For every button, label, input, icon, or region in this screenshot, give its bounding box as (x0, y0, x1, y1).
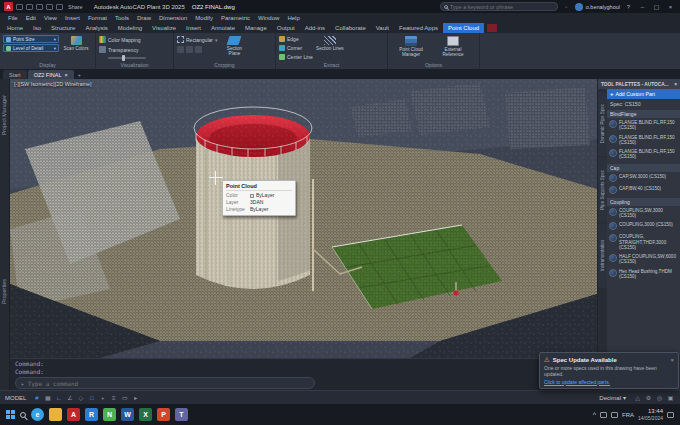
palette-tab-pipe-supports-spec[interactable]: Pipe Supports Spec (598, 158, 607, 222)
isodraft-icon[interactable]: ◇ (76, 394, 85, 401)
notification-center-icon[interactable] (667, 412, 674, 418)
signed-in-user[interactable]: o.benalyghoul (586, 4, 620, 10)
rectangular-crop-dropdown[interactable]: Rectangular ▾ (177, 35, 217, 44)
taskbar-app-file-explorer[interactable] (49, 408, 62, 421)
tab-output[interactable]: Output (272, 23, 300, 33)
tab-visualize[interactable]: Visualize (147, 23, 181, 33)
doc-tab-oz2-final[interactable]: OZ2 FINAL × (28, 70, 74, 79)
tab-structure[interactable]: Structure (46, 23, 80, 33)
network-icon[interactable] (611, 412, 618, 418)
tab-manage[interactable]: Manage (240, 23, 272, 33)
taskbar-app-recap[interactable]: R (85, 408, 98, 421)
save-icon[interactable] (36, 4, 43, 10)
palette-item[interactable]: CAP,BW,40 (CS150) (607, 184, 680, 196)
palette-item[interactable]: CAP,SW,3000 (CS150) (607, 172, 680, 184)
external-reference-button[interactable]: External Reference (434, 35, 472, 61)
onedrive-icon[interactable] (600, 412, 607, 418)
help-icon[interactable]: ? (623, 0, 634, 13)
transparency-slider[interactable] (108, 57, 146, 59)
units-dropdown[interactable]: Decimal ▾ (599, 394, 626, 401)
panel-label-options[interactable]: Options (388, 62, 479, 68)
menu-view[interactable]: View (40, 15, 61, 21)
tab-collaborate[interactable]: Collaborate (330, 23, 371, 33)
selection-cycling-icon[interactable]: ▸ (131, 394, 140, 401)
maximize-button[interactable]: ▢ (651, 0, 662, 13)
model-space-label[interactable]: MODEL (5, 395, 26, 401)
ribbon-extra-icon[interactable] (487, 24, 497, 32)
menu-tools[interactable]: Tools (111, 15, 133, 21)
group-cap[interactable]: Cap (607, 164, 680, 172)
close-icon[interactable]: × (674, 82, 677, 87)
tab-point-cloud[interactable]: Point Cloud (443, 23, 484, 33)
transparency-toggle-icon[interactable]: ▭ (120, 394, 129, 401)
new-file-icon[interactable] (16, 4, 23, 10)
palette-tab-instrumentation[interactable]: Instrumentation (598, 224, 607, 288)
panel-label-extract[interactable]: Extract (276, 62, 387, 68)
drawing-viewport[interactable]: [-][SW Isometric][2D Wireframe] Point Cl… (10, 79, 597, 358)
panel-label-cropping[interactable]: Cropping (174, 62, 275, 68)
menu-help[interactable]: Help (283, 15, 303, 21)
command-input-box[interactable]: ▸ (15, 377, 315, 389)
autocad-logo-icon[interactable]: A (4, 2, 13, 11)
extract-corner-button[interactable]: Corner (279, 44, 313, 52)
palette-item[interactable]: Hex Head Bushing,THDM (CS150) (607, 267, 680, 282)
menu-format[interactable]: Format (84, 15, 111, 21)
uncrop-icon[interactable] (195, 46, 202, 53)
osnap-icon[interactable]: □ (87, 395, 96, 401)
palette-item[interactable]: HALF COUPLING,SW,6000 (CS150) (607, 252, 680, 267)
point-size-dropdown[interactable]: Point Size ▾ (3, 35, 59, 43)
group-coupling[interactable]: Coupling (607, 198, 680, 206)
palette-item[interactable]: COUPLING,3000 (CS150) (607, 220, 680, 232)
palette-item[interactable]: COUPLING,SW,3000 (CS150) (607, 206, 680, 221)
lineweight-icon[interactable]: ≡ (109, 395, 118, 401)
color-mapping-button[interactable]: Color Mapping (99, 35, 146, 44)
taskbar-app-excel[interactable]: X (139, 408, 152, 421)
redo-icon[interactable] (56, 4, 63, 10)
new-tab-button[interactable]: + (75, 70, 84, 79)
avatar[interactable] (575, 3, 583, 11)
infocenter-search[interactable] (440, 2, 558, 11)
project-manager-tab[interactable]: Project Manager (1, 95, 7, 135)
clean-screen-icon[interactable]: ▣ (666, 394, 675, 401)
palette-tab-dynamic-pipe-spec[interactable]: Dynamic Pipe Spec (598, 92, 607, 156)
close-icon[interactable]: × (670, 357, 674, 363)
windows-start-button[interactable] (6, 410, 15, 419)
taskbar-app-autocad[interactable]: A (67, 408, 80, 421)
tab-featured-apps[interactable]: Featured Apps (394, 23, 443, 33)
tool-palettes-header[interactable]: TOOL PALETTES - AUTOCA... × (598, 79, 680, 89)
doc-tab-start[interactable]: Start (3, 70, 27, 79)
taskbar-app-teams[interactable]: T (175, 408, 188, 421)
tray-expand-icon[interactable]: ^ (593, 411, 596, 418)
windows-search-icon[interactable] (20, 412, 26, 418)
clock[interactable]: 13:44 14/05/2024 (638, 408, 663, 421)
transparency-button[interactable]: Transparency (99, 45, 146, 54)
open-file-icon[interactable] (26, 4, 33, 10)
minimize-button[interactable]: – (637, 0, 648, 13)
ortho-icon[interactable]: ∟ (54, 395, 63, 401)
snap-icon[interactable]: ▦ (43, 394, 52, 401)
menu-dimension[interactable]: Dimension (155, 15, 191, 21)
menu-parametric[interactable]: Parametric (217, 15, 254, 21)
close-button[interactable]: × (665, 0, 676, 13)
palette-item[interactable]: FLANGE BLIND,FL,RF,150 (CS150) (607, 147, 680, 162)
scan-colors-button[interactable]: Scan Colors (62, 35, 90, 61)
crop-invert-icon[interactable] (186, 46, 193, 53)
tab-modeling[interactable]: Modeling (113, 23, 147, 33)
undo-icon[interactable] (46, 4, 53, 10)
section-plane-button[interactable]: Section Plane (220, 35, 248, 61)
update-parts-link[interactable]: Click to update affected parts. (544, 379, 610, 385)
taskbar-app-powerpoint[interactable]: P (157, 408, 170, 421)
taskbar-app-word[interactable]: W (121, 408, 134, 421)
slider-thumb[interactable] (122, 55, 125, 61)
share-button[interactable]: Share (68, 4, 83, 10)
menu-edit[interactable]: Edit (22, 15, 40, 21)
panel-label-visualization[interactable]: Visualization (96, 62, 173, 68)
properties-tab[interactable]: Properties (1, 279, 7, 304)
menu-window[interactable]: Window (254, 15, 283, 21)
panel-label-display[interactable]: Display (0, 62, 95, 68)
crop-play-icon[interactable] (177, 46, 184, 53)
workspace-gear-icon[interactable]: ⚙ (644, 394, 653, 401)
close-tab-icon[interactable]: × (64, 72, 67, 78)
section-lines-button[interactable]: Section Lines (316, 35, 344, 61)
tab-iso[interactable]: Iso (28, 23, 46, 33)
